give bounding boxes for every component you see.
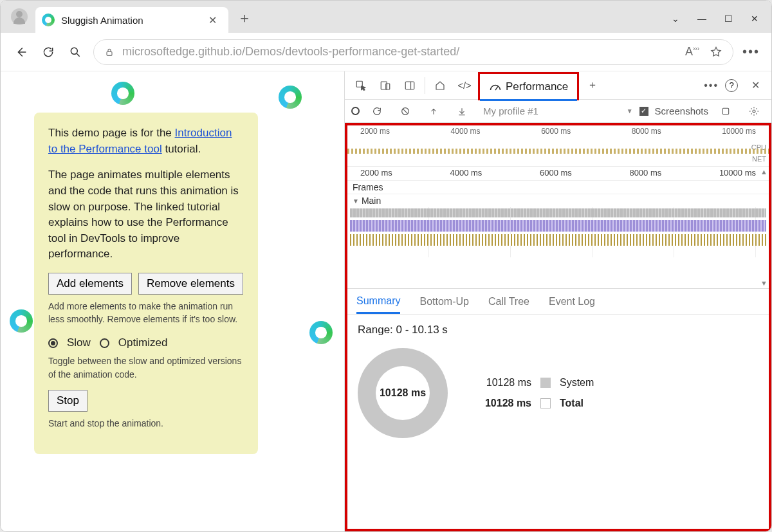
devtools-panel: </> Performance ＋ ••• ? ✕ My profile <box>344 71 771 531</box>
svg-rect-5 <box>405 82 414 89</box>
main-track-label[interactable]: ▼Main <box>347 194 769 207</box>
time-donut-chart: 10128 ms <box>358 348 448 438</box>
load-profile-button[interactable] <box>423 100 445 122</box>
dock-side-icon[interactable] <box>399 75 421 96</box>
search-icon[interactable] <box>66 43 84 61</box>
reload-record-button[interactable] <box>366 100 388 122</box>
url-text: microsoftedge.github.io/Demos/devtools-p… <box>122 45 459 59</box>
tab-title: Sluggish Animation <box>61 15 199 26</box>
flame-chart-area[interactable]: 2000 ms 4000 ms 6000 ms 8000 ms 10000 ms… <box>347 167 769 289</box>
time-legend: 10128 ms System 10128 ms Total <box>473 377 594 409</box>
inspect-element-icon[interactable] <box>350 75 372 96</box>
profile-avatar-icon[interactable] <box>11 8 28 25</box>
stop-hint-text: Start and stop the animation. <box>48 417 244 430</box>
detail-ticks: 2000 ms 4000 ms 6000 ms 8000 ms 10000 ms <box>347 167 769 181</box>
close-window-button[interactable]: ✕ <box>751 14 758 24</box>
profile-name[interactable]: My profile #1 <box>483 105 538 116</box>
read-aloud-icon[interactable]: A››› <box>685 45 699 59</box>
cpu-activity-strip <box>347 149 769 154</box>
edge-logo-icon <box>10 309 33 333</box>
radio-optimized[interactable] <box>100 338 109 348</box>
profile-dropdown-icon[interactable]: ▼ <box>627 107 633 115</box>
net-label: NET <box>752 155 766 163</box>
radio-slow-label: Slow <box>67 335 91 351</box>
radio-optimized-label: Optimized <box>118 335 168 351</box>
edge-logo-icon <box>279 86 302 109</box>
content-split: This demo page is for the Introduction t… <box>1 71 771 531</box>
tab-event-log[interactable]: Event Log <box>549 296 595 307</box>
record-button[interactable] <box>351 107 360 115</box>
refresh-button[interactable] <box>39 43 57 61</box>
radio-slow[interactable] <box>48 338 58 348</box>
site-security-icon[interactable] <box>104 47 115 57</box>
frames-track-label[interactable]: Frames <box>347 181 769 194</box>
settings-gear-icon[interactable] <box>743 100 765 122</box>
maximize-button[interactable]: ☐ <box>724 14 733 24</box>
edge-logo-icon <box>111 82 134 105</box>
legend-row-total: 10128 ms Total <box>473 398 594 409</box>
browser-tab[interactable]: Sluggish Animation ✕ <box>35 7 228 33</box>
screenshots-label: Screenshots <box>655 105 708 116</box>
address-bar[interactable]: microsoftedge.github.io/Demos/devtools-p… <box>93 39 733 65</box>
help-icon[interactable]: ? <box>725 79 738 92</box>
add-hint-text: Add more elements to make the animation … <box>48 300 244 326</box>
swatch-system <box>540 378 551 388</box>
radio-hint-text: Toggle between the slow and optimized ve… <box>48 354 244 381</box>
chevron-down-icon[interactable]: ⌄ <box>672 14 679 24</box>
main-flame-chart[interactable] <box>347 207 769 257</box>
edge-logo-icon <box>309 321 333 344</box>
tab-call-tree[interactable]: Call Tree <box>488 296 529 307</box>
window-controls: ⌄ — ☐ ✕ <box>672 14 765 33</box>
overview-ticks: 2000 ms 4000 ms 6000 ms 8000 ms 10000 ms <box>347 127 769 136</box>
swatch-total <box>540 398 551 408</box>
browser-window: Sluggish Animation ✕ ＋ ⌄ — ☐ ✕ microsoft… <box>0 0 772 532</box>
tab-summary[interactable]: Summary <box>356 295 400 314</box>
tab-close-icon[interactable]: ✕ <box>206 12 219 29</box>
svg-rect-7 <box>722 108 728 114</box>
performance-tab[interactable]: Performance <box>478 72 579 100</box>
svg-rect-1 <box>107 51 112 55</box>
intro-text: This demo page is for the Introduction t… <box>48 125 244 157</box>
svg-point-8 <box>753 110 755 113</box>
scroll-down-icon[interactable]: ▼ <box>760 279 767 287</box>
back-button[interactable] <box>12 43 30 61</box>
performance-toolbar: My profile #1 ▼ ✓ Screenshots <box>345 100 771 123</box>
devtools-close-button[interactable]: ✕ <box>744 75 766 96</box>
donut-center-label: 10128 ms <box>380 387 426 399</box>
browser-menu-button[interactable]: ••• <box>742 44 760 59</box>
range-text: Range: 0 - 10.13 s <box>358 324 758 336</box>
titlebar: Sluggish Animation ✕ ＋ ⌄ — ☐ ✕ <box>1 1 771 33</box>
recording-area: 2000 ms 4000 ms 6000 ms 8000 ms 10000 ms… <box>345 123 771 531</box>
minimize-button[interactable]: — <box>697 14 706 24</box>
description-text: The page animates multiple elements and … <box>48 167 244 262</box>
add-tab-button[interactable]: ＋ <box>582 75 603 96</box>
remove-elements-button[interactable]: Remove elements <box>138 273 243 295</box>
new-tab-button[interactable]: ＋ <box>228 3 261 33</box>
clear-button[interactable] <box>394 100 416 122</box>
memory-icon[interactable] <box>715 100 737 122</box>
performance-tab-label: Performance <box>506 80 568 93</box>
scroll-up-icon[interactable]: ▲ <box>760 168 767 176</box>
screenshots-checkbox[interactable]: ✓ <box>639 107 648 116</box>
device-toolbar-icon[interactable] <box>374 75 396 96</box>
add-elements-button[interactable]: Add elements <box>48 273 132 295</box>
mode-radios: Slow Optimized <box>48 335 244 351</box>
demo-panel: This demo page is for the Introduction t… <box>34 113 258 454</box>
devtools-menu-button[interactable]: ••• <box>704 80 719 91</box>
favorite-icon[interactable] <box>710 46 722 59</box>
gauge-icon <box>489 82 502 92</box>
elements-tab-icon[interactable]: </> <box>454 75 475 96</box>
stop-button[interactable]: Stop <box>48 390 87 412</box>
legend-row-system: 10128 ms System <box>473 377 594 389</box>
svg-point-0 <box>71 48 77 54</box>
timeline-overview[interactable]: 2000 ms 4000 ms 6000 ms 8000 ms 10000 ms… <box>347 125 769 167</box>
summary-body: Range: 0 - 10.13 s 10128 ms 10128 ms Sys… <box>347 315 769 529</box>
devtools-tabbar: </> Performance ＋ ••• ? ✕ <box>345 71 771 100</box>
page-viewport: This demo page is for the Introduction t… <box>1 71 344 531</box>
tab-bottom-up[interactable]: Bottom-Up <box>419 296 468 307</box>
summary-tabbar: Summary Bottom-Up Call Tree Event Log <box>347 289 769 315</box>
toolbar: microsoftedge.github.io/Demos/devtools-p… <box>1 33 771 71</box>
edge-logo-icon <box>42 14 55 26</box>
welcome-tab-icon[interactable] <box>429 75 451 96</box>
save-profile-button[interactable] <box>451 100 473 122</box>
